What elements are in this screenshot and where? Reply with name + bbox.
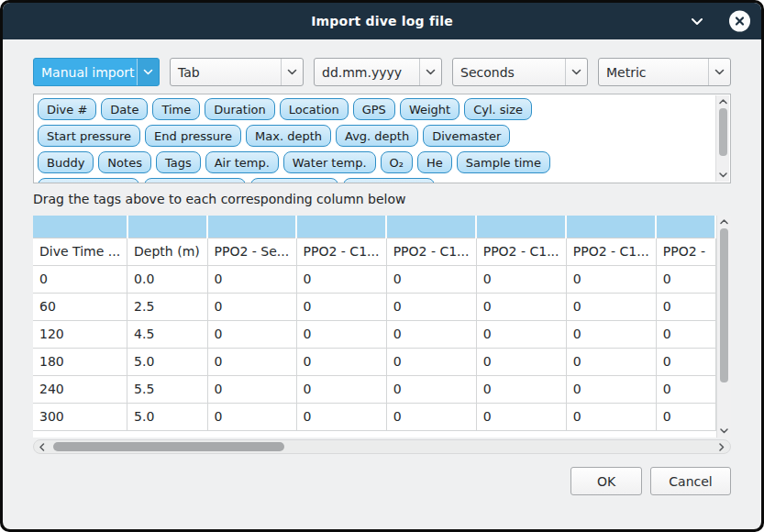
dropdown-value: Seconds bbox=[453, 65, 565, 80]
column-drop-target[interactable] bbox=[207, 216, 296, 238]
dialog-body: Import dive log file Manual importTabdd.… bbox=[3, 3, 761, 529]
tag-chip-sample-time[interactable]: Sample time bbox=[457, 151, 550, 173]
tag-chip-tags[interactable]: Tags bbox=[156, 151, 201, 173]
table-cell: 5.0 bbox=[127, 403, 208, 430]
chevron-down-icon bbox=[708, 59, 730, 85]
table-cell: 0 bbox=[566, 375, 656, 403]
dialog-buttons: OK Cancel bbox=[33, 467, 731, 495]
table-horizontal-scrollbar[interactable] bbox=[33, 439, 731, 454]
chevron-down-icon bbox=[419, 59, 441, 85]
tags-vertical-scrollbar[interactable] bbox=[715, 95, 729, 182]
table-row: 602.5000000 bbox=[33, 293, 715, 320]
cancel-button[interactable]: Cancel bbox=[650, 467, 731, 495]
column-drop-target[interactable] bbox=[33, 216, 127, 238]
column-header[interactable]: PPO2 - C1... bbox=[476, 238, 566, 265]
tag-chip-divemaster[interactable]: Divemaster bbox=[423, 125, 510, 147]
scroll-up-icon[interactable] bbox=[716, 95, 729, 108]
dropdown-manual-import[interactable]: Manual import bbox=[33, 58, 160, 86]
column-header[interactable]: PPO2 - bbox=[656, 238, 715, 265]
table-cell: 0 bbox=[296, 348, 386, 375]
scroll-down-icon[interactable] bbox=[717, 425, 731, 438]
tag-chip-buddy[interactable]: Buddy bbox=[38, 151, 94, 173]
table-cell: 0 bbox=[386, 265, 476, 293]
tag-chip-water-temp[interactable]: Water temp. bbox=[283, 151, 376, 173]
table-cell: 4.5 bbox=[127, 320, 208, 348]
tag-chip-location[interactable]: Location bbox=[280, 98, 349, 120]
tag-chip-cyl-size[interactable]: Cyl. size bbox=[464, 98, 532, 120]
scroll-left-icon[interactable] bbox=[36, 440, 49, 453]
table-vertical-scrollbar[interactable] bbox=[716, 216, 731, 438]
column-drop-target[interactable] bbox=[296, 216, 386, 238]
tag-chip-max-depth[interactable]: Max. depth bbox=[246, 125, 331, 147]
tag-row: Sample depthSample temp.Sample pO₂Sample… bbox=[38, 178, 712, 183]
table-cell: 2.5 bbox=[127, 293, 208, 320]
dialog-content: Manual importTabdd.mm.yyyySecondsMetric … bbox=[3, 39, 761, 529]
chevron-down-icon bbox=[565, 59, 587, 85]
table-cell: 0 bbox=[656, 320, 715, 348]
tag-chip-end-pressure[interactable]: End pressure bbox=[145, 125, 241, 147]
table-cell: 0 bbox=[476, 375, 566, 403]
tag-row: BuddyNotesTagsAir temp.Water temp.O₂HeSa… bbox=[38, 151, 712, 173]
tag-row: Start pressureEnd pressureMax. depthAvg.… bbox=[38, 125, 712, 147]
column-header[interactable]: PPO2 - C1... bbox=[296, 238, 386, 265]
dropdown-tab[interactable]: Tab bbox=[170, 58, 304, 86]
table-cell: 60 bbox=[33, 293, 127, 320]
table-cell: 0.0 bbox=[127, 265, 208, 293]
tag-chip-gps[interactable]: GPS bbox=[353, 98, 395, 120]
column-header[interactable]: Depth (m) bbox=[127, 238, 208, 265]
table-cell: 0 bbox=[207, 320, 296, 348]
column-drop-target[interactable] bbox=[476, 216, 566, 238]
scroll-up-icon[interactable] bbox=[717, 216, 731, 228]
tag-chip-notes[interactable]: Notes bbox=[98, 151, 151, 173]
scroll-right-icon[interactable] bbox=[715, 440, 728, 453]
tag-chip-air-temp[interactable]: Air temp. bbox=[205, 151, 279, 173]
column-drop-target[interactable] bbox=[386, 216, 476, 238]
tag-chip-he[interactable]: He bbox=[417, 151, 452, 173]
ok-button[interactable]: OK bbox=[570, 467, 642, 495]
column-header[interactable]: PPO2 - C1... bbox=[566, 238, 656, 265]
table-row: 1204.5000000 bbox=[33, 320, 715, 348]
close-icon[interactable] bbox=[729, 11, 750, 32]
titlebar[interactable]: Import dive log file bbox=[3, 3, 761, 39]
tag-chip-start-pressure[interactable]: Start pressure bbox=[38, 125, 140, 147]
column-header[interactable]: Dive Time ... bbox=[33, 238, 127, 265]
preview-table: Dive Time ...Depth (m)PPO2 - Se...PPO2 -… bbox=[33, 216, 716, 431]
tag-chip-sample-po[interactable]: Sample pO₂ bbox=[250, 178, 339, 183]
table-cell: 0 bbox=[33, 265, 127, 293]
dropdown-seconds[interactable]: Seconds bbox=[452, 58, 588, 86]
table-cell: 0 bbox=[476, 320, 566, 348]
column-drop-target[interactable] bbox=[656, 216, 715, 238]
tag-chip-duration[interactable]: Duration bbox=[205, 98, 274, 120]
chevron-down-icon bbox=[281, 59, 303, 85]
scroll-down-icon[interactable] bbox=[716, 169, 729, 182]
tag-chip-time[interactable]: Time bbox=[152, 98, 200, 120]
tag-chip-sample-cns[interactable]: Sample CNS bbox=[343, 178, 435, 183]
table-cell: 0 bbox=[386, 403, 476, 430]
tag-chip-weight[interactable]: Weight bbox=[400, 98, 460, 120]
column-drop-target[interactable] bbox=[566, 216, 656, 238]
scrollbar-thumb[interactable] bbox=[720, 228, 728, 382]
tag-chip-dive[interactable]: Dive # bbox=[38, 98, 96, 120]
scrollbar-thumb[interactable] bbox=[719, 108, 727, 156]
table-cell: 5.0 bbox=[127, 348, 208, 375]
dropdown-metric[interactable]: Metric bbox=[598, 58, 731, 86]
drop-target-row bbox=[33, 216, 715, 238]
table-row: 00.0000000 bbox=[33, 265, 715, 293]
table-cell: 240 bbox=[33, 375, 127, 403]
table-cell: 0 bbox=[207, 348, 296, 375]
dropdown-value: Metric bbox=[599, 65, 708, 80]
tag-chip-sample-temp[interactable]: Sample temp. bbox=[144, 178, 246, 183]
column-drop-target[interactable] bbox=[127, 216, 208, 238]
table-cell: 0 bbox=[656, 293, 715, 320]
shade-chevron-icon[interactable] bbox=[686, 10, 708, 32]
tag-chip-avg-depth[interactable]: Avg. depth bbox=[336, 125, 418, 147]
scrollbar-thumb[interactable] bbox=[53, 442, 284, 451]
tag-chip-date[interactable]: Date bbox=[101, 98, 148, 120]
column-header[interactable]: PPO2 - Se... bbox=[207, 238, 296, 265]
dropdown-dd-mm-yyyy[interactable]: dd.mm.yyyy bbox=[314, 58, 442, 86]
column-header[interactable]: PPO2 - C1... bbox=[386, 238, 476, 265]
table-cell: 0 bbox=[476, 265, 566, 293]
table-cell: 0 bbox=[386, 320, 476, 348]
tag-chip-o[interactable]: O₂ bbox=[381, 151, 413, 173]
tag-chip-sample-depth[interactable]: Sample depth bbox=[38, 178, 139, 183]
